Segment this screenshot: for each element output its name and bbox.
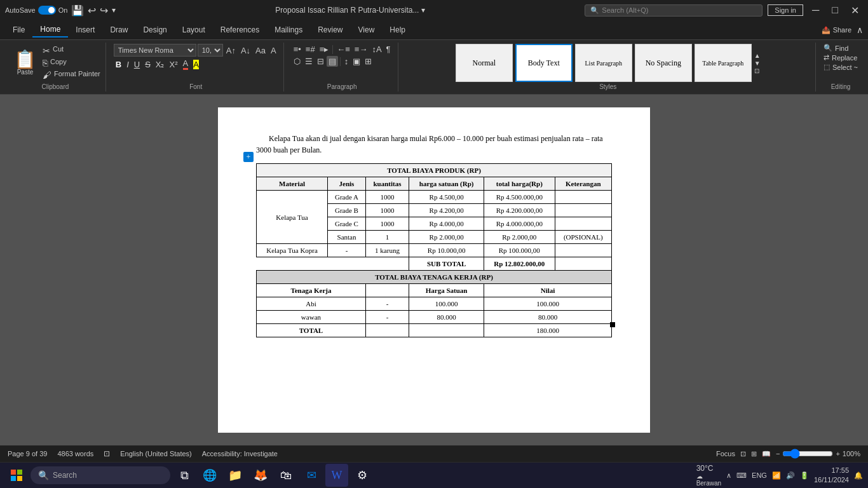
svg-rect-3 <box>17 476 22 481</box>
bullets-button[interactable]: ≡• <box>292 44 303 55</box>
multilevel-button[interactable]: ≡▸ <box>318 44 331 55</box>
start-button[interactable] <box>5 464 28 487</box>
ribbon-collapse-button[interactable]: ∧ <box>857 25 863 35</box>
add-content-button[interactable]: + <box>243 152 254 162</box>
copy-button[interactable]: ⎘ <box>41 58 49 69</box>
zoom-slider[interactable] <box>782 449 833 459</box>
taskbar-search[interactable]: 🔍 Search <box>31 466 170 484</box>
styles-label: Styles <box>599 83 616 90</box>
format-painter-button[interactable]: 🖌 <box>41 70 53 81</box>
highlight-button[interactable]: A <box>191 59 201 70</box>
browser-button[interactable]: 🦊 <box>249 464 272 487</box>
sort-button[interactable]: ↕A <box>370 44 383 55</box>
settings-icon: ⚙ <box>357 468 367 482</box>
find-button[interactable]: 🔍 Find <box>824 44 858 52</box>
tab-references[interactable]: References <box>213 23 267 37</box>
tab-design[interactable]: Design <box>135 23 174 37</box>
style-normal[interactable]: Normal <box>456 44 513 82</box>
accessibility[interactable]: Accessibility: Investigate <box>202 450 278 458</box>
style-body-text[interactable]: Body Text <box>515 44 573 82</box>
tab-draw[interactable]: Draw <box>102 23 135 37</box>
explorer-button[interactable]: 📁 <box>224 464 247 487</box>
bold-button[interactable]: B <box>114 59 123 70</box>
zoom-out-button[interactable]: − <box>776 450 780 458</box>
font-grow-button[interactable]: A↑ <box>224 45 238 56</box>
tab-layout[interactable]: Layout <box>175 23 213 37</box>
tab-view[interactable]: View <box>351 23 383 37</box>
word-button[interactable]: W <box>325 464 348 487</box>
autosave-toggle[interactable]: AutoSave On <box>5 6 67 15</box>
notification-button[interactable]: 🔔 <box>854 471 863 480</box>
sign-in-button[interactable]: Sign in <box>768 4 803 16</box>
track-changes-icon: ⊡ <box>104 449 110 458</box>
subscript-button[interactable]: X₂ <box>154 59 166 70</box>
pilcrow-button[interactable]: ¶ <box>384 44 393 55</box>
focus-button[interactable]: Focus <box>716 450 735 458</box>
styles-scroll-down[interactable]: ▼ <box>754 60 761 67</box>
store-button[interactable]: 🛍 <box>275 464 297 487</box>
edge-button[interactable]: 🌐 <box>198 464 221 487</box>
tab-file[interactable]: File <box>5 23 32 37</box>
border-button[interactable]: ⊞ <box>363 56 374 67</box>
autosave-switch[interactable] <box>38 6 56 15</box>
tab-review[interactable]: Review <box>310 23 350 37</box>
replace-button[interactable]: ⇄ Replace <box>824 53 858 62</box>
decrease-indent-button[interactable]: ←≡ <box>335 44 352 55</box>
font-size-select[interactable]: 10,5 <box>198 44 223 57</box>
tab-home[interactable]: Home <box>32 22 68 37</box>
font-name-select[interactable]: Times New Roma <box>114 44 196 57</box>
shading-button[interactable]: ▣ <box>351 56 362 67</box>
mail-button[interactable]: ✉ <box>300 464 323 487</box>
font-shrink-button[interactable]: A↓ <box>239 45 252 56</box>
share-button[interactable]: 📤 Share <box>822 26 851 34</box>
close-button[interactable]: ✕ <box>847 4 863 17</box>
restore-button[interactable]: □ <box>828 4 842 16</box>
increase-indent-button[interactable]: ≡→ <box>353 44 370 55</box>
settings-button[interactable]: ⚙ <box>351 464 374 487</box>
styles-expand[interactable]: ⊡ <box>754 67 761 74</box>
ket-grade-c <box>555 217 612 231</box>
align-left-button[interactable]: ⬡ <box>292 56 302 67</box>
system-tray-up[interactable]: ∧ <box>726 471 731 480</box>
language[interactable]: English (United States) <box>120 450 192 458</box>
style-no-spacing[interactable]: No Spacing <box>635 44 692 82</box>
style-table-paragraph[interactable]: Table Paragraph <box>695 44 752 82</box>
language-label[interactable]: ENG <box>752 471 767 479</box>
strikethrough-button[interactable]: S <box>143 59 153 70</box>
tab-help[interactable]: Help <box>382 23 413 37</box>
line-spacing-button[interactable]: ↕ <box>342 56 351 67</box>
styles-scroll-buttons: ▲ ▼ ⊡ <box>754 52 761 74</box>
biaya-produk-table: TOTAL BIAYA PRODUK (RP) Material Jenis k… <box>256 163 612 337</box>
intro-paragraph[interactable]: Kelapa Tua akan di jual dengan kisaran h… <box>256 133 612 156</box>
redo-icon[interactable]: ↪ <box>100 4 108 17</box>
superscript-button[interactable]: X² <box>168 59 180 70</box>
font-case-button[interactable]: Aa <box>254 45 268 56</box>
layout-web-icon[interactable]: ⊞ <box>751 450 757 458</box>
font-color-button[interactable]: A <box>181 58 191 71</box>
justify-button[interactable]: ▤ <box>327 56 338 67</box>
styles-scroll-up[interactable]: ▲ <box>754 52 761 59</box>
minimize-button[interactable]: ─ <box>808 4 823 16</box>
layout-reader-icon[interactable]: 📖 <box>762 450 771 458</box>
zoom-in-button[interactable]: + <box>836 450 839 458</box>
tab-insert[interactable]: Insert <box>68 23 102 37</box>
style-list-paragraph[interactable]: List Paragraph <box>575 44 632 82</box>
underline-button[interactable]: U <box>132 59 142 70</box>
align-right-button[interactable]: ⊟ <box>315 56 326 67</box>
tab-mailings[interactable]: Mailings <box>267 23 310 37</box>
task-view-button[interactable]: ⧉ <box>173 464 196 487</box>
font-clear-button[interactable]: A <box>269 45 278 56</box>
cut-button[interactable]: ✂ <box>41 45 51 57</box>
center-button[interactable]: ☰ <box>303 56 315 67</box>
layout-print-icon[interactable]: ⊡ <box>740 450 746 458</box>
undo-icon[interactable]: ↩ <box>88 4 96 17</box>
tk-abi-harga: 100.000 <box>409 297 484 311</box>
title-dropdown-icon[interactable]: ▾ <box>421 6 425 15</box>
italic-button[interactable]: I <box>125 59 131 70</box>
select-button[interactable]: ⬚ Select ~ <box>824 63 858 71</box>
numbering-button[interactable]: ≡# <box>304 44 317 55</box>
paste-button[interactable]: 📋 Paste <box>10 50 40 77</box>
taskbar-time[interactable]: 17:55 16/11/2024 <box>814 466 849 485</box>
zoom-level[interactable]: 100% <box>843 450 860 458</box>
save-icon[interactable]: 💾 <box>71 4 84 17</box>
